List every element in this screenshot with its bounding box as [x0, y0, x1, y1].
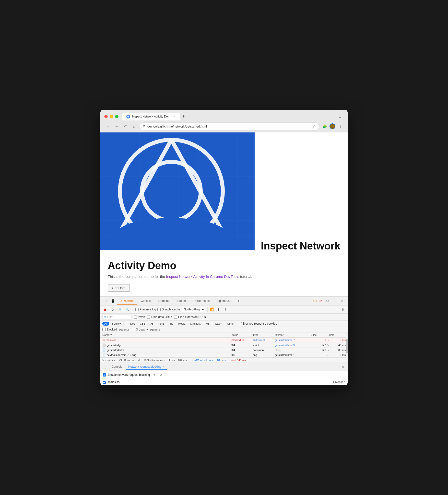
home-button[interactable]: ⌂ [131, 123, 137, 130]
tab-sources[interactable]: Sources [174, 298, 190, 304]
avatar [329, 124, 335, 129]
preserve-log-label[interactable]: Preserve log [135, 308, 156, 311]
page-title-right: Inspect Network [261, 240, 340, 252]
close-panel-button[interactable]: ✕ [340, 364, 346, 370]
filter-button[interactable]: ▽ [117, 306, 123, 312]
row3-size: 148 B [312, 349, 328, 352]
back-button[interactable]: ← [104, 123, 111, 130]
network-icon: 📶 [210, 307, 214, 311]
clear-button[interactable]: ⊘ [110, 306, 116, 312]
blocked-cookies-label[interactable]: Blocked response cookies [239, 322, 277, 325]
th-initiator[interactable]: Initiator [275, 333, 312, 336]
tab-menu-button[interactable]: ⌄ [336, 113, 344, 120]
filter-wasm[interactable]: Wasm [213, 322, 224, 326]
import-icon[interactable]: ⬆ [216, 306, 222, 312]
devtools-inspect-icon[interactable]: ⊡ [102, 298, 109, 304]
enable-blocking-label[interactable]: Enable network request blocking [103, 373, 150, 376]
hide-data-urls-checkbox[interactable] [147, 316, 150, 319]
hide-data-urls-label[interactable]: Hide data URLs [147, 315, 172, 319]
minimize-button[interactable] [110, 115, 113, 118]
blocked-requests-checkbox[interactable] [102, 328, 106, 331]
search-button[interactable]: 🔍 [124, 306, 130, 312]
third-party-checkbox[interactable] [132, 328, 135, 331]
table-row[interactable]: 📄 getstarted.html 304 document Other 148… [100, 348, 348, 353]
devtools-close-icon[interactable]: ✕ [339, 298, 346, 304]
filter-css[interactable]: CSS [138, 322, 148, 326]
devtools-settings-icon[interactable]: ⚙ [324, 298, 331, 304]
load-time: Load: 141 ms [230, 359, 246, 362]
get-data-button[interactable]: Get Data [108, 284, 130, 291]
filter-other[interactable]: Other [225, 322, 236, 326]
extensions-icon[interactable]: 🧩 [321, 123, 328, 130]
tab-close-button[interactable]: × [172, 115, 176, 119]
disable-cache-checkbox[interactable] [157, 308, 161, 311]
filter-font[interactable]: Font [156, 322, 166, 326]
finish-time: Finish: 164 ms [169, 359, 187, 362]
filter-icon: ▽ [104, 316, 106, 319]
third-party-label[interactable]: 3rd-party requests [132, 328, 160, 331]
console-tab[interactable]: Console [109, 364, 125, 370]
bookmark-icon[interactable]: ☆ [313, 124, 316, 129]
filter-img[interactable]: Img [167, 322, 175, 326]
new-tab-button[interactable]: + [180, 113, 187, 120]
tab-network[interactable]: ⚠ Network [117, 298, 137, 304]
filter-manifest[interactable]: Manifest [188, 322, 203, 326]
chrome-logo-svg [100, 132, 255, 250]
th-status[interactable]: Status [231, 333, 253, 336]
active-tab[interactable]: Inspect Network Activity Dem × [122, 113, 180, 121]
blocked-cookies-checkbox[interactable] [239, 322, 242, 325]
filter-js[interactable]: JS [148, 322, 155, 326]
devtools-scrollbar-thumb[interactable] [346, 339, 348, 354]
record-stop-button[interactable]: ⏹ [102, 306, 108, 312]
table-row[interactable]: 📄 devtools-server: 512.png 200 png getst… [100, 353, 348, 358]
filter-media[interactable]: Media [176, 322, 187, 326]
filter-input-box[interactable]: ▽ Filter [102, 315, 132, 319]
network-blocking-tab[interactable]: Network request blocking × [126, 364, 167, 370]
hide-ext-urls-checkbox[interactable] [174, 316, 177, 319]
tab-more[interactable]: » [235, 298, 242, 304]
th-type[interactable]: Type [253, 333, 275, 336]
maximize-button[interactable] [115, 115, 119, 118]
address-text[interactable]: devtools.glitch.me/network/getstarted.ht… [147, 124, 311, 128]
table-row[interactable]: ⬜ getstarted.js 304 script getstarted.ht… [100, 343, 348, 348]
panel-tab-close[interactable]: × [163, 365, 165, 369]
forward-button[interactable]: → [113, 123, 120, 130]
hide-ext-urls-label[interactable]: Hide extension URLs [174, 315, 206, 319]
throttle-select[interactable]: No throttling [182, 307, 205, 312]
invert-label[interactable]: Invert [134, 315, 145, 319]
filter-ws[interactable]: WS [204, 322, 212, 326]
blocking-item[interactable]: main.css 1 blocked [100, 379, 348, 385]
tutorial-link[interactable]: Inspect Network Activity In Chrome DevTo… [166, 275, 239, 279]
tab-console[interactable]: Console [138, 298, 154, 304]
reload-button[interactable]: ↺ [122, 123, 129, 130]
table-row[interactable]: ⊘ main.css (blocked:de... stylesheet get… [100, 338, 348, 343]
th-name[interactable]: Name ▼ [102, 333, 231, 336]
disable-cache-label[interactable]: Disable cache [157, 308, 180, 311]
tab-performance[interactable]: Performance [191, 298, 214, 304]
close-button[interactable] [104, 115, 108, 118]
clear-patterns-button[interactable]: ⊘ [159, 372, 163, 377]
invert-checkbox[interactable] [134, 316, 137, 319]
th-size[interactable]: Size [312, 333, 328, 336]
panel-menu-icon[interactable]: ⋮ [102, 364, 108, 370]
th-time[interactable]: Time [328, 333, 346, 336]
enable-blocking-checkbox[interactable] [103, 373, 106, 376]
network-settings-icon[interactable]: ⚙ [340, 306, 346, 312]
preserve-log-checkbox[interactable] [135, 308, 138, 311]
devtools-device-icon[interactable]: 📱 [110, 298, 117, 304]
filter-fetch-xhr[interactable]: Fetch/XHR [110, 322, 127, 326]
tab-lighthouse[interactable]: Lighthouse [214, 298, 234, 304]
filter-all[interactable]: All [102, 322, 109, 326]
devtools-menu-icon[interactable]: ⋮ [331, 298, 338, 304]
page-description: This is the companion demo for the Inspe… [108, 274, 340, 280]
export-icon[interactable]: ⬇ [223, 306, 229, 312]
add-pattern-button[interactable]: + [152, 372, 157, 377]
tab-elements[interactable]: Elements [155, 298, 173, 304]
devtools-scrollbar[interactable] [346, 332, 348, 363]
chrome-menu-button[interactable]: ⋮ [337, 123, 344, 130]
blocked-requests-label[interactable]: Blocked requests [102, 328, 129, 331]
blocking-item-checkbox[interactable] [103, 381, 106, 384]
filter-doc[interactable]: Doc [128, 322, 137, 326]
bottom-panel-tabs: ⋮ Console Network request blocking × ✕ [100, 363, 348, 371]
profile-avatar[interactable] [329, 123, 336, 130]
